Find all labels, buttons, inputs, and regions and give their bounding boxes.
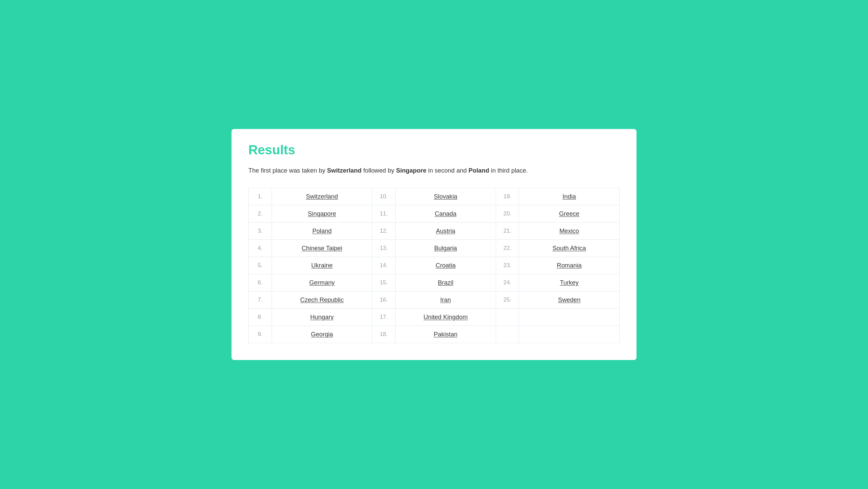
desc-prefix: The first place was taken by: [248, 167, 327, 174]
rank-cell: 3.: [249, 222, 272, 239]
rank-cell: 8.: [249, 308, 272, 326]
rank-cell: 15.: [372, 274, 396, 291]
country-cell: Pakistan: [396, 326, 496, 343]
rank-cell: 10.: [372, 188, 396, 205]
rank-cell: 22.: [496, 239, 519, 257]
country-cell: Iran: [396, 291, 496, 308]
rank-cell: 16.: [372, 291, 396, 308]
country-link[interactable]: Singapore: [308, 210, 336, 217]
rank-cell: 24.: [496, 274, 519, 291]
country-link[interactable]: Germany: [309, 279, 335, 286]
second-place: Singapore: [396, 167, 427, 174]
country-cell-empty: [519, 326, 620, 343]
page-title: Results: [248, 143, 620, 157]
country-cell: Germany: [272, 274, 372, 291]
country-cell: Turkey: [519, 274, 620, 291]
rank-cell: 21.: [496, 222, 519, 239]
country-link[interactable]: Chinese Taipei: [302, 244, 342, 252]
rank-cell: 7.: [249, 291, 272, 308]
rank-cell: 9.: [249, 326, 272, 343]
table-row: 1.Switzerland10.Slovakia19.India: [249, 188, 620, 205]
country-cell: Czech Republic: [272, 291, 372, 308]
rank-cell-empty: [496, 308, 519, 326]
country-cell: Hungary: [272, 308, 372, 326]
table-row: 3.Poland12.Austria21.Mexico: [249, 222, 620, 239]
third-place: Poland: [468, 167, 489, 174]
table-row: 4.Chinese Taipei13.Bulgaria22.South Afri…: [249, 239, 620, 257]
country-link[interactable]: Turkey: [560, 279, 579, 286]
rank-cell: 23.: [496, 257, 519, 274]
country-link[interactable]: Pakistan: [434, 331, 458, 338]
country-link[interactable]: Poland: [312, 227, 331, 234]
rank-cell: 1.: [249, 188, 272, 205]
country-cell: Austria: [396, 222, 496, 239]
country-cell: Poland: [272, 222, 372, 239]
country-link[interactable]: Sweden: [558, 296, 580, 303]
country-link[interactable]: Georgia: [311, 331, 333, 338]
country-cell-empty: [519, 308, 620, 326]
desc-middle1: followed by: [361, 167, 396, 174]
table-row: 8.Hungary17.United Kingdom: [249, 308, 620, 326]
rank-cell: 2.: [249, 205, 272, 222]
country-link[interactable]: Ukraine: [311, 262, 332, 269]
rank-cell: 5.: [249, 257, 272, 274]
country-link[interactable]: Greece: [559, 210, 579, 217]
country-link[interactable]: Hungary: [310, 313, 334, 320]
table-row: 9.Georgia18.Pakistan: [249, 326, 620, 343]
table-row: 6.Germany15.Brazil24.Turkey: [249, 274, 620, 291]
country-link[interactable]: Brazil: [438, 279, 453, 286]
country-cell: Switzerland: [272, 188, 372, 205]
results-card: Results The first place was taken by Swi…: [232, 129, 636, 360]
rank-cell: 19.: [496, 188, 519, 205]
rank-cell-empty: [496, 326, 519, 343]
table-row: 7.Czech Republic16.Iran25.Sweden: [249, 291, 620, 308]
country-link[interactable]: Switzerland: [306, 193, 338, 200]
rank-cell: 18.: [372, 326, 396, 343]
country-link[interactable]: Canada: [435, 210, 456, 217]
country-cell: Sweden: [519, 291, 620, 308]
rank-cell: 11.: [372, 205, 396, 222]
country-link[interactable]: India: [563, 193, 576, 200]
table-row: 2.Singapore11.Canada20.Greece: [249, 205, 620, 222]
country-cell: South Africa: [519, 239, 620, 257]
country-link[interactable]: Iran: [440, 296, 451, 303]
country-cell: Croatia: [396, 257, 496, 274]
country-cell: Georgia: [272, 326, 372, 343]
country-cell: India: [519, 188, 620, 205]
country-link[interactable]: Romania: [557, 262, 582, 269]
country-cell: Greece: [519, 205, 620, 222]
country-cell: United Kingdom: [396, 308, 496, 326]
rank-cell: 25.: [496, 291, 519, 308]
rank-cell: 17.: [372, 308, 396, 326]
country-cell: Chinese Taipei: [272, 239, 372, 257]
country-link[interactable]: South Africa: [552, 244, 586, 252]
country-cell: Mexico: [519, 222, 620, 239]
country-cell: Canada: [396, 205, 496, 222]
country-cell: Brazil: [396, 274, 496, 291]
rank-cell: 12.: [372, 222, 396, 239]
rank-cell: 13.: [372, 239, 396, 257]
country-cell: Romania: [519, 257, 620, 274]
country-link[interactable]: Mexico: [560, 227, 579, 234]
country-link[interactable]: Croatia: [436, 262, 456, 269]
results-description: The first place was taken by Switzerland…: [248, 165, 620, 175]
country-link[interactable]: United Kingdom: [424, 313, 468, 320]
rankings-table: 1.Switzerland10.Slovakia19.India2.Singap…: [248, 188, 620, 343]
country-link[interactable]: Czech Republic: [300, 296, 344, 303]
country-link[interactable]: Bulgaria: [434, 244, 457, 252]
table-row: 5.Ukraine14.Croatia23.Romania: [249, 257, 620, 274]
country-link[interactable]: Slovakia: [434, 193, 458, 200]
first-place: Switzerland: [327, 167, 361, 174]
rank-cell: 4.: [249, 239, 272, 257]
desc-suffix: in third place.: [489, 167, 528, 174]
country-link[interactable]: Austria: [436, 227, 455, 234]
rank-cell: 14.: [372, 257, 396, 274]
desc-middle2: in second and: [426, 167, 468, 174]
rank-cell: 20.: [496, 205, 519, 222]
rank-cell: 6.: [249, 274, 272, 291]
country-cell: Slovakia: [396, 188, 496, 205]
country-cell: Ukraine: [272, 257, 372, 274]
country-cell: Singapore: [272, 205, 372, 222]
country-cell: Bulgaria: [396, 239, 496, 257]
